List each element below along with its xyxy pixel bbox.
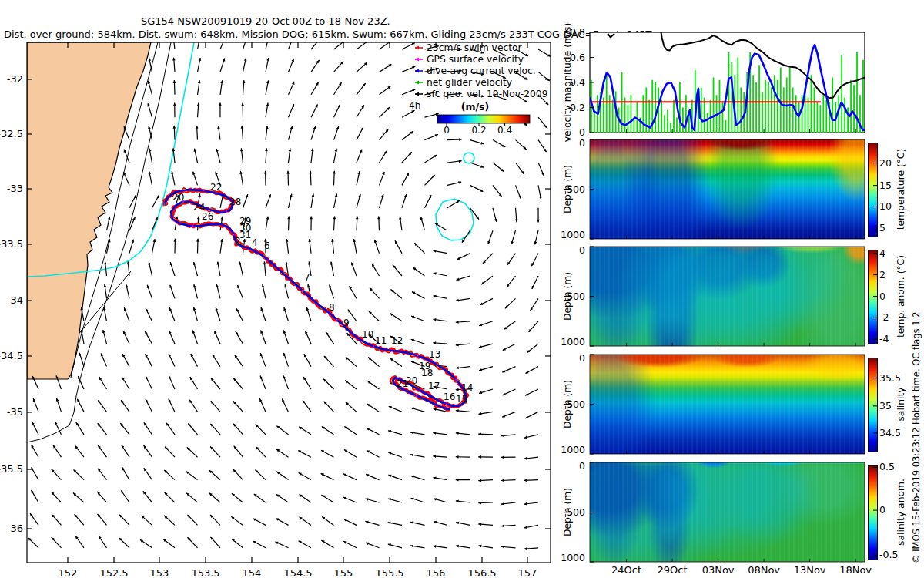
legend-entry-label: dive-avg current veloc. [427,66,536,76]
legend-colorbar-tick: 0.2 [471,125,486,136]
net-glider-velocity-bar [811,75,812,133]
track-date-label: 14 [461,382,473,393]
velocity-y-label: velocity magnitude (m/s) [562,23,573,143]
net-glider-velocity-bar [762,92,763,133]
depth-tick-label: 1000 [561,336,585,348]
net-glider-velocity-bar [673,100,675,133]
track-date-label: 16 [444,391,455,402]
net-glider-velocity-bar [664,115,665,133]
track-date-label: 4 [252,237,258,248]
map-x-tick-label: 153 [150,567,169,578]
map-y-tick-label: -36 [7,523,23,534]
track-date-label: 31 [239,230,251,240]
net-glider-velocity-bar [819,105,821,133]
map-x-tick-label: 156.5 [467,567,496,578]
colorbar-tick-label: -4 [879,333,889,344]
net-glider-velocity-bar [755,82,757,133]
track-date-label: 20 [172,192,184,203]
colorbar-tick-label: -0.5 [879,549,898,560]
net-glider-velocity-bar [774,75,775,133]
track-date-label: 21 [397,378,408,389]
net-glider-velocity-bar [631,95,632,133]
date-tick-label: 08Nov [748,564,780,576]
colorbar-tick-label: 2 [879,269,886,281]
net-glider-velocity-bar [798,102,800,133]
depth-axis-label: Depth (m) [562,380,573,428]
map-y-tick-label: -33 [7,183,23,194]
net-glider-velocity-bar [624,98,626,133]
net-glider-velocity-bar [728,52,729,133]
legend-colorbar-tick: 0 [444,125,450,136]
net-glider-velocity-bar [825,100,827,133]
net-glider-velocity-bar [701,88,702,133]
colorbar-tick-label: 15 [879,180,892,191]
colorbar-tick-label: 5 [879,222,886,234]
map-x-tick-label: 152 [59,567,78,578]
track-date-label: 17 [428,381,440,391]
map-x-tick-label: 156 [427,567,446,578]
legend-colorbar-tick: 0.4 [497,125,512,136]
depth-tick-label: 0 [579,352,585,364]
date-tick-label: 18Nov [839,564,872,576]
colorbar-tick-label: 35 [879,400,892,412]
net-glider-velocity-bar [780,68,782,133]
net-glider-velocity-bar [844,98,845,133]
legend-duration-note: 4h [409,100,421,111]
colorbar-tick-label: 34.5 [879,427,901,439]
net-glider-velocity-bar [792,88,794,133]
colorbar-tick-label: 35.5 [879,372,901,384]
colorbar-tick-label: 0 [879,504,886,516]
net-glider-velocity-bar [758,65,760,133]
depth-tick-label: 0 [579,137,585,149]
colorbar-axis-label: salinity [896,387,906,421]
date-tick-label: 24Oct [611,564,641,576]
map-y-tick-label: -35 [7,406,23,418]
track-date-label: 2 [235,236,241,247]
net-glider-velocity-bar [814,88,815,133]
net-glider-velocity-bar [853,85,855,133]
net-glider-velocity-bar [606,74,608,133]
net-glider-velocity-bar [832,78,833,133]
net-glider-velocity-bar [667,110,668,133]
net-glider-velocity-bar [737,58,738,133]
colorbar-tick-label: 0 [879,291,886,302]
net-glider-velocity-bar [817,102,819,133]
colorbar-axis-label: temperature (°C) [896,149,906,230]
net-glider-velocity-bar [642,95,644,133]
map-x-tick-label: 152.5 [99,567,128,578]
map-x-tick-label: 154 [243,567,262,578]
colorbar-tick-label: -2 [879,311,889,323]
net-glider-velocity-bar [862,60,864,133]
depth-axis-label: Depth (m) [562,272,573,321]
track-date-label: 13 [429,349,440,360]
depth-axis-label: Depth (m) [562,165,573,213]
net-glider-velocity-bar [603,98,604,133]
track-date-label: 28 [229,197,241,207]
colorbar-axis-label: temp. anom. (°C) [896,255,906,338]
net-glider-velocity-bar [783,88,785,133]
depth-tick-label: 0 [579,460,585,472]
depth-tick-label: 1000 [561,444,585,455]
figure-root: SG154 NSW20091019 20-Oct 00Z to 18-Nov 2… [0,0,924,578]
velocity-y-tick: 0 [579,126,585,138]
colorbar-axis-label: salinity anom. [896,479,906,546]
depth-axis-label: Depth (m) [562,488,573,536]
track-date-label: 26 [202,211,213,222]
legend-colorbar-title: (m/s) [461,101,489,113]
net-glider-velocity-bar [661,100,662,133]
depth-tick-label: 1000 [561,552,585,563]
net-glider-velocity-bar [725,120,727,133]
net-glider-velocity-bar [808,98,809,133]
net-glider-velocity-bar [707,113,708,133]
net-glider-velocity-bar [850,80,852,133]
legend-entry-label: GPS surface velocity [427,54,524,65]
net-glider-velocity-bar [679,82,681,133]
net-glider-velocity-bar [777,80,778,133]
legend-entry-label: 25cm/s swim vector [427,42,523,53]
track-date-label: 12 [391,335,403,346]
net-glider-velocity-bar [654,82,656,133]
date-tick-label: 03Nov [702,564,735,576]
net-glider-velocity-bar [740,88,742,133]
track-date-label: 7 [304,272,310,283]
figure-svg: 2022242628293031246789101112131415161719… [0,0,924,578]
